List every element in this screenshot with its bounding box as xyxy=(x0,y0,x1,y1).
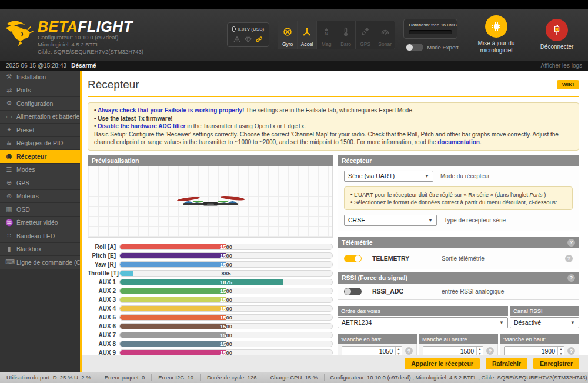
spinner-arrows[interactable]: ▲▼ xyxy=(476,347,483,355)
sonar-icon xyxy=(380,27,390,41)
sidebar-item-label: Ports xyxy=(16,86,31,94)
sidebar-item-label: Blackbox xyxy=(16,245,42,252)
firmware-update-button[interactable]: Mise à jour du micrologiciel xyxy=(467,15,526,54)
usb-disconnect-icon xyxy=(551,24,563,36)
channel-value-overlay: 1500 xyxy=(120,253,226,258)
wiki-button[interactable]: WIKI xyxy=(557,80,579,89)
channel-map-select[interactable]: AETR1234▼ xyxy=(338,317,508,328)
motors-icon: ⊛ xyxy=(5,192,13,200)
sensor-label: Accel xyxy=(301,41,313,47)
help-icon[interactable]: ? xyxy=(567,347,575,355)
channel-label: Throttle [T] xyxy=(88,270,119,277)
spinner-up-icon[interactable]: ▲ xyxy=(558,347,564,351)
save-button[interactable]: Enregistrer xyxy=(533,358,579,369)
channel-row: Throttle [T]885885 xyxy=(88,270,333,277)
serial-provider-select[interactable]: CRSF▼ xyxy=(344,215,437,226)
help-icon[interactable]: ? xyxy=(565,255,573,262)
sidebar-item-label: Moteurs xyxy=(16,192,39,199)
sidebar-item-gps[interactable]: ⊕GPS xyxy=(0,176,80,190)
note-link[interactable]: documentation xyxy=(437,139,480,145)
sidebar-item-recepteur[interactable]: ◉Récepteur xyxy=(0,150,80,164)
sidebar-item-preset[interactable]: ✦Preset xyxy=(0,124,80,137)
bind-receiver-button[interactable]: Appairer le récepteur xyxy=(405,358,480,369)
channel-bar-track: 15001500 xyxy=(119,341,333,347)
note-link[interactable]: Always check that your Failsafe is worki… xyxy=(98,107,245,114)
sidebar-item-label: Récepteur xyxy=(16,153,46,160)
gps-sensor-indicator: GPS xyxy=(356,21,375,49)
channel-row: AUX 715001500 xyxy=(88,332,333,338)
magic-wand-icon: ✦ xyxy=(5,126,13,134)
telemetry-toggle[interactable] xyxy=(344,255,362,262)
rssi-feature-name: RSSI_ADC xyxy=(372,288,442,295)
sidebar-item-label: Ligne de commande (CLI) xyxy=(16,259,88,266)
sensor-label: Mag xyxy=(322,41,332,47)
setting-header: Manche au neutre xyxy=(419,334,498,344)
sidebar-item-moteurs[interactable]: ⊛Moteurs xyxy=(0,190,80,204)
manche-en-bas-input[interactable]: 1050▲▼ xyxy=(342,346,402,355)
spinner-arrows[interactable]: ▲▼ xyxy=(395,347,402,355)
help-icon[interactable]: ? xyxy=(567,274,575,282)
sidebar-item-ports[interactable]: ⇄Ports xyxy=(0,84,80,98)
disconnect-button[interactable]: Déconnecter xyxy=(534,19,580,51)
channel-value: 885 xyxy=(120,271,332,276)
sidebar-item-blackbox[interactable]: ▮Blackbox xyxy=(0,243,80,257)
rssi-adc-toggle[interactable] xyxy=(344,288,362,295)
channel-value-overlay: 1500 xyxy=(120,306,226,311)
sidebar-item-osd[interactable]: ▦OSD xyxy=(0,203,80,217)
log-timestamp: 2025-06-15 @15:28:43 – xyxy=(6,62,71,69)
telemetry-panel-title: Télémétrie xyxy=(342,239,373,246)
sidebar-item-bandeau-led[interactable]: ∷Bandeau LED xyxy=(0,229,80,243)
dataflash-usage-bar xyxy=(409,30,452,34)
telemetry-feature-name: TELEMETRY xyxy=(372,255,442,262)
rssi-panel: RSSI (Force du signal)? RSSI_ADC entrée … xyxy=(338,272,579,300)
rssi-channel-select[interactable]: Désactivé▼ xyxy=(510,317,579,328)
app-header: BETAFLIGHT Configurateur: 10.10.0 (c97de… xyxy=(0,9,588,61)
sidebar-item-label: Alimentation et batterie xyxy=(16,113,79,120)
spinner-up-icon[interactable]: ▲ xyxy=(396,347,402,351)
led-strip-icon: ∷ xyxy=(5,232,13,239)
channel-row: Roll [A]15001500 xyxy=(88,244,333,250)
note-link[interactable]: Disable the hardware ADC filter xyxy=(98,123,185,129)
manche-au-neutre-input[interactable]: 1500▲▼ xyxy=(423,346,483,355)
channel-row: AUX 515001500 xyxy=(88,314,333,321)
show-logs-link[interactable]: Afficher les logs xyxy=(541,62,582,69)
sensor-label: Baro xyxy=(340,41,351,47)
sidebar-item-emetteur-video[interactable]: ♒Émetteur vidéo xyxy=(0,217,80,230)
warning-icon xyxy=(233,36,240,43)
serial-provider-label: Type de récepteur série xyxy=(444,217,506,224)
channel-bar-fill: 1500 xyxy=(120,288,226,294)
expert-mode-toggle[interactable] xyxy=(406,44,423,51)
note-line: • L'UART pour le récepteur doit être rég… xyxy=(350,191,566,198)
channel-label: AUX 4 xyxy=(88,305,119,312)
pid-sliders-icon: ≋ xyxy=(5,139,13,147)
stick-setting-manche-au-neutre: Manche au neutre1500▲▼? xyxy=(419,334,498,355)
quadcopter-model xyxy=(166,191,255,211)
mag-sensor-indicator: NMag xyxy=(317,21,336,49)
sidebar-filler xyxy=(0,269,80,372)
manche-en-haut-input[interactable]: 1900▲▼ xyxy=(504,346,564,355)
help-icon[interactable]: ? xyxy=(567,239,575,247)
sensor-label: Sonar xyxy=(378,41,392,47)
spinner-arrows[interactable]: ▲▼ xyxy=(557,347,564,355)
statusbar-segment: Utilisation du port: D: 25 % U: 2 % xyxy=(0,374,98,381)
channel-bar-fill: 1500 xyxy=(120,297,226,302)
sidebar-item-alimentation-et-batterie[interactable]: ▭Alimentation et batterie xyxy=(0,111,80,124)
sidebar-item-ligne-de-commande-cli[interactable]: ⌨Ligne de commande (CLI) xyxy=(0,256,80,269)
rssi-panel-title: RSSI (Force du signal) xyxy=(342,274,407,281)
receiver-mode-select[interactable]: Série (via UART)▼ xyxy=(344,171,433,182)
channel-bar-track: 15001500 xyxy=(119,349,333,355)
spinner-up-icon[interactable]: ▲ xyxy=(477,347,483,351)
help-icon[interactable]: ? xyxy=(486,347,494,355)
sidebar-item-configuration[interactable]: ⚙Configuration xyxy=(0,97,80,111)
note-line: Basic Setup: Configure the 'Receiver' se… xyxy=(94,131,573,146)
expert-mode-label: Mode Expert xyxy=(427,44,459,51)
sidebar-item-installation[interactable]: ⚒Installation xyxy=(0,71,80,84)
sidebar-item-label: Émetteur vidéo xyxy=(16,219,58,226)
sidebar-item-modes[interactable]: ☰Modes xyxy=(0,164,80,177)
sidebar-item-reglages-de-pid[interactable]: ≋Réglages de PID xyxy=(0,137,80,151)
sensor-status-bar: GyroAccelNMagBaroGPSSonar xyxy=(278,21,395,49)
configurator-version: Configurateur: 10.10.0 (c97deaf) xyxy=(38,34,143,41)
gyro-icon xyxy=(283,27,292,41)
refresh-button[interactable]: Rafraîchir xyxy=(486,358,527,369)
help-icon[interactable]: ? xyxy=(405,347,413,355)
